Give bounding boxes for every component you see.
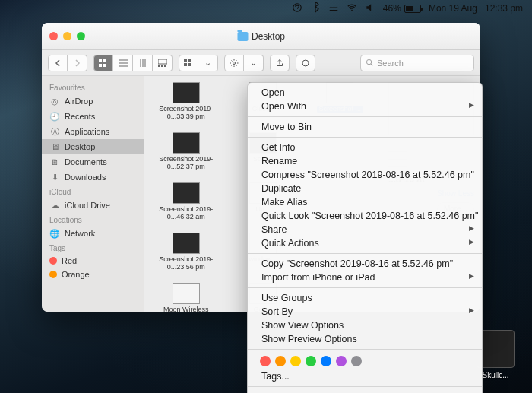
cloud-icon: ☁ [49, 200, 60, 211]
close-button[interactable] [49, 32, 58, 40]
tag-blue[interactable] [321, 356, 331, 366]
tag-orange[interactable] [275, 356, 286, 366]
tag-green[interactable] [306, 356, 316, 366]
menu-move-to-bin[interactable]: Move to Bin [248, 120, 482, 134]
desktop-icon: 🖥 [49, 141, 60, 152]
svg-point-0 [293, 3, 302, 11]
sidebar-item-iclouddrive[interactable]: ☁iCloud Drive [42, 198, 144, 213]
downloads-icon: ⬇ [49, 172, 60, 182]
battery-status[interactable]: 46% [383, 3, 421, 14]
action-dropdown[interactable]: ⌄ [224, 55, 264, 71]
zoom-button[interactable] [77, 32, 85, 40]
tag-red[interactable] [260, 356, 271, 366]
file-item[interactable]: Screenshot 2019-0...33.39 pm [147, 82, 224, 131]
svg-rect-5 [103, 64, 106, 67]
svg-rect-7 [158, 65, 160, 67]
svg-rect-2 [99, 59, 102, 62]
search-icon [366, 59, 374, 67]
gallery-view-button[interactable] [153, 55, 173, 71]
menu-use-groups[interactable]: Use Groups [248, 291, 482, 305]
svg-rect-11 [188, 59, 191, 62]
menu-make-alias[interactable]: Make Alias [248, 195, 482, 209]
menu-quick-actions[interactable]: Quick Actions [248, 236, 482, 250]
minimize-button[interactable] [63, 32, 71, 40]
svg-rect-12 [184, 63, 187, 66]
menu-quick-look[interactable]: Quick Look "Screenshot 2019-08-16 at 5.5… [248, 209, 482, 223]
sidebar-tag-orange[interactable]: Orange [42, 268, 144, 281]
svg-rect-3 [103, 59, 106, 62]
sidebar-item-applications[interactable]: ⒶApplications [42, 124, 144, 139]
menu-view-options[interactable]: Show View Options [248, 319, 482, 332]
sidebar-item-desktop[interactable]: 🖥Desktop [42, 139, 144, 154]
nav-buttons [48, 55, 87, 71]
battery-percent: 46% [383, 3, 401, 14]
menu-open-with[interactable]: Open With [248, 100, 482, 113]
red-tag-dot [49, 257, 57, 265]
menu-duplicate[interactable]: Duplicate [248, 182, 482, 195]
forward-button[interactable] [68, 55, 87, 71]
toolbar: ⌄ ⌄ Search [42, 50, 480, 76]
svg-rect-9 [164, 65, 166, 67]
svg-rect-13 [188, 63, 191, 66]
tag-yellow[interactable] [290, 356, 301, 366]
svg-point-14 [233, 62, 236, 64]
sidebar-header-tags: Tags [42, 241, 144, 254]
assist-icon[interactable] [292, 2, 302, 15]
tag-grey[interactable] [351, 356, 362, 366]
menu-import[interactable]: Import from iPhone or iPad [248, 271, 482, 284]
back-button[interactable] [48, 55, 68, 71]
share-button[interactable] [270, 55, 290, 71]
sidebar-item-network[interactable]: 🌐Network [42, 226, 144, 241]
menu-set-desktop[interactable]: Set Desktop Picture [248, 390, 482, 393]
tags-button[interactable] [296, 55, 315, 71]
menu-icon[interactable] [328, 2, 339, 15]
menu-tag-colors [248, 353, 482, 369]
sidebar-item-airdrop[interactable]: ◎AirDrop [42, 93, 144, 109]
svg-rect-10 [184, 59, 187, 62]
menu-compress[interactable]: Compress "Screenshot 2019-08-16 at 5.52.… [248, 168, 482, 182]
file-item[interactable]: Screenshot 2019-0...52.37 pm [147, 132, 224, 181]
file-item[interactable]: Screenshot 2019-0...23.56 pm [147, 233, 224, 281]
search-placeholder: Search [377, 59, 404, 68]
folder-icon [237, 32, 248, 41]
list-view-button[interactable] [113, 55, 133, 71]
svg-rect-6 [158, 59, 167, 64]
wifi-icon[interactable] [347, 2, 357, 15]
file-item[interactable]: Moon Wireless Charger [147, 283, 224, 312]
orange-tag-dot [49, 271, 57, 278]
menu-preview-options[interactable]: Show Preview Options [248, 332, 482, 346]
tag-purple[interactable] [336, 356, 347, 366]
file-item[interactable]: Screenshot 2019-0...46.32 am [147, 182, 224, 231]
menu-copy[interactable]: Copy "Screenshot 2019-08-16 at 5.52.46 p… [248, 257, 482, 271]
menu-get-info[interactable]: Get Info [248, 141, 482, 154]
battery-icon [404, 5, 421, 13]
menubar-time[interactable]: 12:33 pm [485, 3, 523, 14]
arrange-dropdown[interactable]: ⌄ [179, 55, 218, 71]
menu-rename[interactable]: Rename [248, 154, 482, 168]
icon-view-button[interactable] [93, 55, 113, 71]
sidebar-item-downloads[interactable]: ⬇Downloads [42, 170, 144, 185]
network-icon: 🌐 [49, 228, 60, 239]
window-title: Desktop [237, 31, 285, 42]
sidebar-item-recents[interactable]: 🕘Recents [42, 109, 144, 124]
sidebar: Favourites ◎AirDrop 🕘Recents ⒶApplicatio… [42, 76, 144, 312]
view-mode-buttons [93, 55, 173, 71]
titlebar[interactable]: Desktop [42, 23, 480, 50]
gear-icon [224, 55, 244, 71]
menu-open[interactable]: Open [248, 86, 482, 100]
bluetooth-icon[interactable] [310, 2, 321, 15]
documents-icon: 🗎 [49, 157, 60, 167]
sidebar-tag-red[interactable]: Red [42, 254, 144, 268]
volume-icon[interactable] [365, 2, 375, 15]
sidebar-item-documents[interactable]: 🗎Documents [42, 154, 144, 170]
svg-point-1 [351, 9, 353, 11]
menubar-date[interactable]: Mon 19 Aug [429, 3, 477, 14]
sidebar-header-favourites: Favourites [42, 81, 144, 93]
sidebar-header-icloud: iCloud [42, 185, 144, 198]
column-view-button[interactable] [133, 55, 153, 71]
svg-point-16 [366, 59, 371, 64]
menu-share[interactable]: Share [248, 223, 482, 236]
search-input[interactable]: Search [360, 55, 474, 71]
menu-sort-by[interactable]: Sort By [248, 305, 482, 319]
menu-tags[interactable]: Tags... [248, 369, 482, 383]
